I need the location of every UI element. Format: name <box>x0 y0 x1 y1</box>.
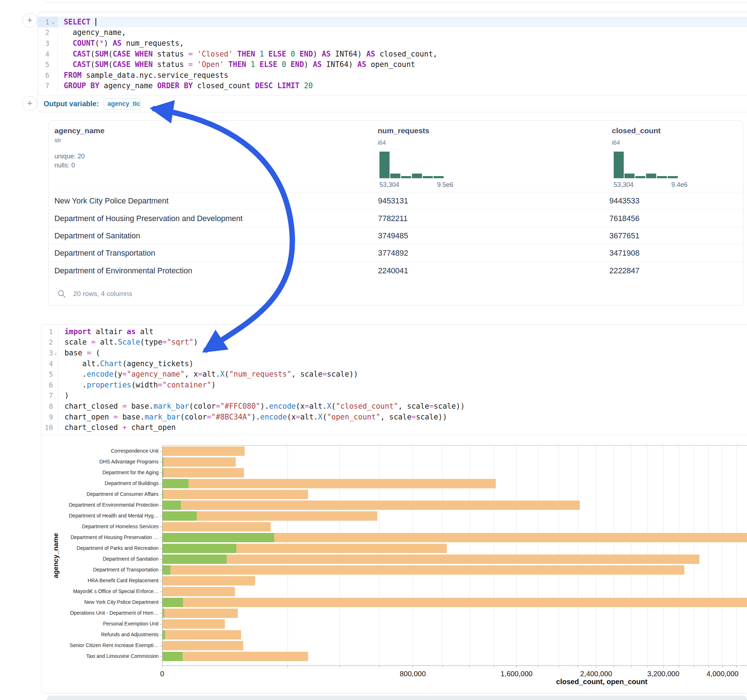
annotation-arrow <box>0 0 747 700</box>
